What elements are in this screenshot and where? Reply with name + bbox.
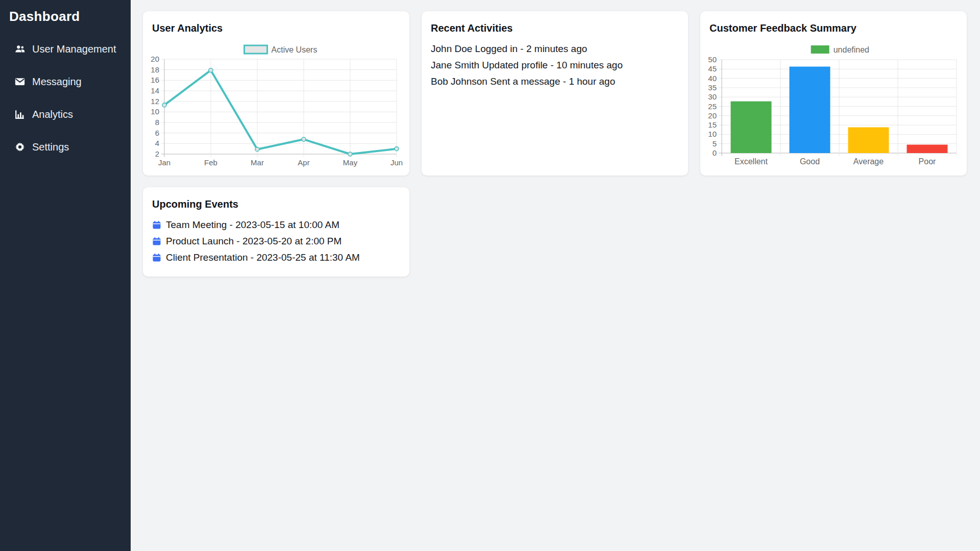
svg-text:Active Users: Active Users: [272, 45, 317, 54]
event-text: Team Meeting - 2023-05-15 at 10:00 AM: [166, 217, 339, 233]
svg-text:12: 12: [151, 97, 159, 106]
sidebar-item-label: User Management: [32, 43, 116, 55]
event-item: Product Launch - 2023-05-20 at 2:00 PM: [152, 233, 400, 249]
svg-text:6: 6: [155, 129, 159, 137]
svg-text:Jan: Jan: [158, 158, 170, 167]
event-item: Team Meeting - 2023-05-15 at 10:00 AM: [152, 217, 400, 233]
svg-text:10: 10: [151, 107, 159, 116]
svg-text:18: 18: [151, 65, 159, 74]
app-title: Dashboard: [9, 9, 131, 24]
svg-text:40: 40: [708, 74, 717, 83]
main-content: User Analytics 2468101214161820JanFebMar…: [131, 0, 980, 551]
svg-text:35: 35: [708, 83, 717, 92]
svg-text:Average: Average: [853, 157, 884, 166]
gear-icon: [14, 141, 26, 153]
svg-text:45: 45: [708, 64, 717, 73]
svg-text:Apr: Apr: [298, 158, 309, 167]
calendar-icon: [152, 253, 161, 262]
svg-text:5: 5: [713, 139, 717, 148]
line-chart-canvas: 2468101214161820JanFebMarAprMayJunActive…: [152, 38, 407, 167]
card-title-upcoming-events: Upcoming Events: [152, 187, 400, 210]
svg-text:0: 0: [713, 148, 717, 157]
bar-chart-canvas: 05101520253035404550ExcellentGoodAverage…: [709, 38, 965, 167]
sidebar-item-label: Analytics: [32, 109, 73, 120]
card-title-customer-feedback: Customer Feedback Summary: [709, 11, 958, 34]
svg-text:Poor: Poor: [919, 157, 936, 166]
user-analytics-chart: 2468101214161820JanFebMarAprMayJunActive…: [152, 38, 400, 169]
legend-item-undefined[interactable]: undefined: [811, 45, 869, 54]
sidebar-item-messaging[interactable]: Messaging: [0, 65, 131, 98]
calendar-icon: [152, 237, 161, 246]
svg-text:16: 16: [151, 76, 159, 84]
svg-text:14: 14: [151, 86, 159, 95]
legend-item-active-users[interactable]: Active Users: [244, 45, 317, 54]
sidebar-item-settings[interactable]: Settings: [0, 131, 131, 163]
customer-feedback-chart: 05101520253035404550ExcellentGoodAverage…: [709, 38, 958, 169]
sidebar-item-label: Messaging: [32, 76, 82, 88]
event-text: Client Presentation - 2023-05-25 at 11:3…: [166, 249, 360, 266]
activity-item: Jane Smith Updated profile - 10 minutes …: [431, 57, 679, 73]
svg-text:30: 30: [708, 92, 717, 101]
calendar-icon: [152, 220, 161, 230]
svg-text:Mar: Mar: [251, 158, 264, 167]
svg-text:Excellent: Excellent: [734, 157, 768, 166]
card-grid: User Analytics 2468101214161820JanFebMar…: [143, 11, 967, 277]
bar-chart-icon: [14, 109, 26, 120]
svg-text:Good: Good: [800, 157, 820, 166]
svg-text:2: 2: [155, 149, 159, 158]
bar-excellent: [731, 102, 772, 153]
event-text: Product Launch - 2023-05-20 at 2:00 PM: [166, 233, 341, 249]
svg-text:15: 15: [708, 120, 717, 129]
svg-text:50: 50: [708, 55, 717, 64]
svg-text:8: 8: [155, 118, 159, 127]
card-user-analytics: User Analytics 2468101214161820JanFebMar…: [143, 11, 409, 176]
svg-text:10: 10: [708, 130, 717, 138]
event-item: Client Presentation - 2023-05-25 at 11:3…: [152, 249, 400, 266]
sidebar-item-label: Settings: [32, 141, 69, 153]
svg-text:4: 4: [155, 139, 159, 147]
svg-text:Jun: Jun: [390, 158, 403, 167]
sidebar-item-user-management[interactable]: User Management: [0, 33, 131, 65]
svg-text:20: 20: [708, 111, 717, 120]
sidebar-item-analytics[interactable]: Analytics: [0, 98, 131, 131]
bar-average: [848, 127, 889, 153]
users-icon: [14, 43, 26, 55]
sidebar-nav: User Management Messaging Analytics: [0, 33, 131, 163]
envelope-icon: [14, 76, 26, 87]
activity-list: John Doe Logged in - 2 minutes ago Jane …: [431, 41, 679, 90]
card-title-recent-activities: Recent Activities: [431, 11, 679, 34]
svg-text:Feb: Feb: [204, 158, 217, 167]
sidebar: Dashboard User Management Messaging: [0, 0, 131, 551]
bar-good: [790, 67, 830, 153]
bar-poor: [907, 145, 948, 153]
event-list: Team Meeting - 2023-05-15 at 10:00 AM Pr…: [152, 217, 400, 266]
activity-item: Bob Johnson Sent a message - 1 hour ago: [431, 73, 679, 90]
card-customer-feedback: Customer Feedback Summary 05101520253035…: [700, 11, 967, 176]
card-title-user-analytics: User Analytics: [152, 11, 400, 34]
svg-text:25: 25: [708, 102, 717, 111]
svg-text:20: 20: [151, 55, 159, 63]
svg-text:May: May: [343, 158, 358, 167]
card-upcoming-events: Upcoming Events Team Meeting - 2023-05-1…: [143, 187, 409, 277]
svg-text:undefined: undefined: [834, 45, 869, 54]
activity-item: John Doe Logged in - 2 minutes ago: [431, 41, 679, 57]
card-recent-activities: Recent Activities John Doe Logged in - 2…: [422, 11, 688, 176]
